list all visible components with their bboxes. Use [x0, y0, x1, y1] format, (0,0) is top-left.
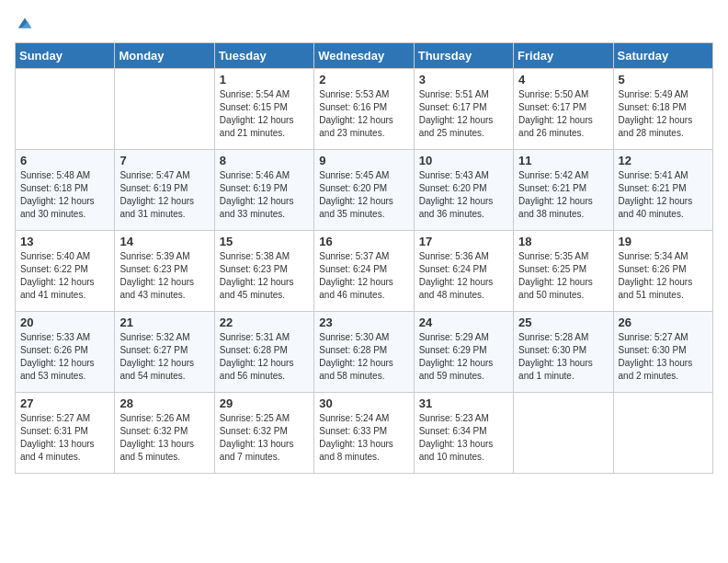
day-number: 14	[119, 235, 209, 248]
day-number: 31	[419, 396, 508, 410]
calendar-cell: 29Sunrise: 5:25 AM Sunset: 6:32 PM Dayli…	[214, 393, 313, 474]
day-number: 20	[20, 316, 109, 329]
logo-icon	[17, 15, 33, 31]
cell-content: Sunrise: 5:29 AM Sunset: 6:29 PM Dayligh…	[419, 331, 508, 383]
calendar-week-row: 13Sunrise: 5:40 AM Sunset: 6:22 PM Dayli…	[16, 231, 713, 312]
day-number: 13	[20, 235, 109, 248]
calendar-week-row: 1Sunrise: 5:54 AM Sunset: 6:15 PM Daylig…	[16, 69, 713, 150]
day-number: 8	[220, 154, 309, 167]
cell-content: Sunrise: 5:43 AM Sunset: 6:20 PM Dayligh…	[419, 169, 508, 221]
day-number: 4	[518, 73, 608, 86]
calendar-body: 1Sunrise: 5:54 AM Sunset: 6:15 PM Daylig…	[16, 69, 713, 474]
calendar-cell: 21Sunrise: 5:32 AM Sunset: 6:27 PM Dayli…	[115, 312, 214, 393]
day-number: 10	[419, 154, 508, 167]
cell-content: Sunrise: 5:23 AM Sunset: 6:34 PM Dayligh…	[419, 412, 508, 464]
cell-content: Sunrise: 5:35 AM Sunset: 6:25 PM Dayligh…	[518, 250, 608, 302]
page-header	[15, 15, 713, 35]
cell-content: Sunrise: 5:41 AM Sunset: 6:21 PM Dayligh…	[619, 169, 708, 221]
cell-content: Sunrise: 5:26 AM Sunset: 6:32 PM Dayligh…	[119, 412, 209, 464]
calendar-cell: 27Sunrise: 5:27 AM Sunset: 6:31 PM Dayli…	[16, 393, 115, 474]
day-number: 17	[419, 235, 508, 248]
cell-content: Sunrise: 5:36 AM Sunset: 6:24 PM Dayligh…	[419, 250, 508, 302]
cell-content: Sunrise: 5:38 AM Sunset: 6:23 PM Dayligh…	[220, 250, 309, 302]
calendar-cell: 15Sunrise: 5:38 AM Sunset: 6:23 PM Dayli…	[214, 231, 313, 312]
day-number: 21	[119, 316, 209, 329]
day-number: 30	[319, 396, 408, 410]
day-number: 23	[319, 316, 408, 329]
calendar-cell	[16, 69, 115, 150]
day-number: 2	[319, 73, 408, 86]
day-number: 9	[319, 154, 408, 167]
calendar-cell: 13Sunrise: 5:40 AM Sunset: 6:22 PM Dayli…	[16, 231, 115, 312]
cell-content: Sunrise: 5:45 AM Sunset: 6:20 PM Dayligh…	[319, 169, 408, 221]
cell-content: Sunrise: 5:46 AM Sunset: 6:19 PM Dayligh…	[220, 169, 309, 221]
cell-content: Sunrise: 5:33 AM Sunset: 6:26 PM Dayligh…	[20, 331, 109, 383]
calendar-cell: 9Sunrise: 5:45 AM Sunset: 6:20 PM Daylig…	[314, 150, 414, 231]
cell-content: Sunrise: 5:53 AM Sunset: 6:16 PM Dayligh…	[319, 88, 408, 140]
calendar-cell	[514, 393, 613, 474]
day-number: 29	[220, 396, 309, 410]
calendar-day-header: Saturday	[613, 43, 712, 69]
calendar-cell: 4Sunrise: 5:50 AM Sunset: 6:17 PM Daylig…	[514, 69, 613, 150]
calendar-cell: 14Sunrise: 5:39 AM Sunset: 6:23 PM Dayli…	[115, 231, 214, 312]
day-number: 3	[419, 73, 508, 86]
calendar-cell: 30Sunrise: 5:24 AM Sunset: 6:33 PM Dayli…	[314, 393, 414, 474]
calendar-cell: 24Sunrise: 5:29 AM Sunset: 6:29 PM Dayli…	[414, 312, 513, 393]
calendar-cell: 7Sunrise: 5:47 AM Sunset: 6:19 PM Daylig…	[115, 150, 214, 231]
calendar-week-row: 20Sunrise: 5:33 AM Sunset: 6:26 PM Dayli…	[16, 312, 713, 393]
cell-content: Sunrise: 5:42 AM Sunset: 6:21 PM Dayligh…	[518, 169, 608, 221]
calendar-cell: 28Sunrise: 5:26 AM Sunset: 6:32 PM Dayli…	[115, 393, 214, 474]
calendar-cell: 10Sunrise: 5:43 AM Sunset: 6:20 PM Dayli…	[414, 150, 513, 231]
cell-content: Sunrise: 5:27 AM Sunset: 6:30 PM Dayligh…	[619, 331, 708, 383]
calendar-table: SundayMondayTuesdayWednesdayThursdayFrid…	[15, 42, 713, 474]
day-number: 12	[619, 154, 708, 167]
day-number: 6	[20, 154, 109, 167]
cell-content: Sunrise: 5:32 AM Sunset: 6:27 PM Dayligh…	[119, 331, 209, 383]
cell-content: Sunrise: 5:28 AM Sunset: 6:30 PM Dayligh…	[518, 331, 608, 383]
day-number: 28	[119, 396, 209, 410]
day-number: 11	[518, 154, 608, 167]
cell-content: Sunrise: 5:54 AM Sunset: 6:15 PM Dayligh…	[220, 88, 309, 140]
calendar-cell: 17Sunrise: 5:36 AM Sunset: 6:24 PM Dayli…	[414, 231, 513, 312]
cell-content: Sunrise: 5:51 AM Sunset: 6:17 PM Dayligh…	[419, 88, 508, 140]
day-number: 25	[518, 316, 608, 329]
day-number: 16	[319, 235, 408, 248]
day-number: 15	[220, 235, 309, 248]
calendar-week-row: 27Sunrise: 5:27 AM Sunset: 6:31 PM Dayli…	[16, 393, 713, 474]
calendar-cell: 23Sunrise: 5:30 AM Sunset: 6:28 PM Dayli…	[314, 312, 414, 393]
calendar-day-header: Tuesday	[214, 43, 313, 69]
cell-content: Sunrise: 5:47 AM Sunset: 6:19 PM Dayligh…	[119, 169, 209, 221]
calendar-cell: 8Sunrise: 5:46 AM Sunset: 6:19 PM Daylig…	[214, 150, 313, 231]
calendar-cell: 12Sunrise: 5:41 AM Sunset: 6:21 PM Dayli…	[613, 150, 712, 231]
calendar-cell: 20Sunrise: 5:33 AM Sunset: 6:26 PM Dayli…	[16, 312, 115, 393]
cell-content: Sunrise: 5:50 AM Sunset: 6:17 PM Dayligh…	[518, 88, 608, 140]
day-number: 26	[619, 316, 708, 329]
calendar-cell: 11Sunrise: 5:42 AM Sunset: 6:21 PM Dayli…	[514, 150, 613, 231]
day-number: 1	[220, 73, 309, 86]
cell-content: Sunrise: 5:48 AM Sunset: 6:18 PM Dayligh…	[20, 169, 109, 221]
calendar-cell: 1Sunrise: 5:54 AM Sunset: 6:15 PM Daylig…	[214, 69, 313, 150]
calendar-cell: 25Sunrise: 5:28 AM Sunset: 6:30 PM Dayli…	[514, 312, 613, 393]
day-number: 27	[20, 396, 109, 410]
day-number: 22	[220, 316, 309, 329]
day-number: 24	[419, 316, 508, 329]
cell-content: Sunrise: 5:49 AM Sunset: 6:18 PM Dayligh…	[619, 88, 708, 140]
calendar-day-header: Sunday	[16, 43, 115, 69]
calendar-week-row: 6Sunrise: 5:48 AM Sunset: 6:18 PM Daylig…	[16, 150, 713, 231]
logo	[15, 15, 33, 35]
cell-content: Sunrise: 5:31 AM Sunset: 6:28 PM Dayligh…	[220, 331, 309, 383]
calendar-day-header: Thursday	[414, 43, 513, 69]
calendar-day-header: Wednesday	[314, 43, 414, 69]
calendar-cell: 31Sunrise: 5:23 AM Sunset: 6:34 PM Dayli…	[414, 393, 513, 474]
calendar-cell: 16Sunrise: 5:37 AM Sunset: 6:24 PM Dayli…	[314, 231, 414, 312]
cell-content: Sunrise: 5:30 AM Sunset: 6:28 PM Dayligh…	[319, 331, 408, 383]
calendar-cell: 19Sunrise: 5:34 AM Sunset: 6:26 PM Dayli…	[613, 231, 712, 312]
day-number: 18	[518, 235, 608, 248]
calendar-cell: 22Sunrise: 5:31 AM Sunset: 6:28 PM Dayli…	[214, 312, 313, 393]
calendar-cell: 2Sunrise: 5:53 AM Sunset: 6:16 PM Daylig…	[314, 69, 414, 150]
calendar-cell: 6Sunrise: 5:48 AM Sunset: 6:18 PM Daylig…	[16, 150, 115, 231]
cell-content: Sunrise: 5:34 AM Sunset: 6:26 PM Dayligh…	[619, 250, 708, 302]
calendar-cell: 18Sunrise: 5:35 AM Sunset: 6:25 PM Dayli…	[514, 231, 613, 312]
cell-content: Sunrise: 5:24 AM Sunset: 6:33 PM Dayligh…	[319, 412, 408, 464]
cell-content: Sunrise: 5:37 AM Sunset: 6:24 PM Dayligh…	[319, 250, 408, 302]
